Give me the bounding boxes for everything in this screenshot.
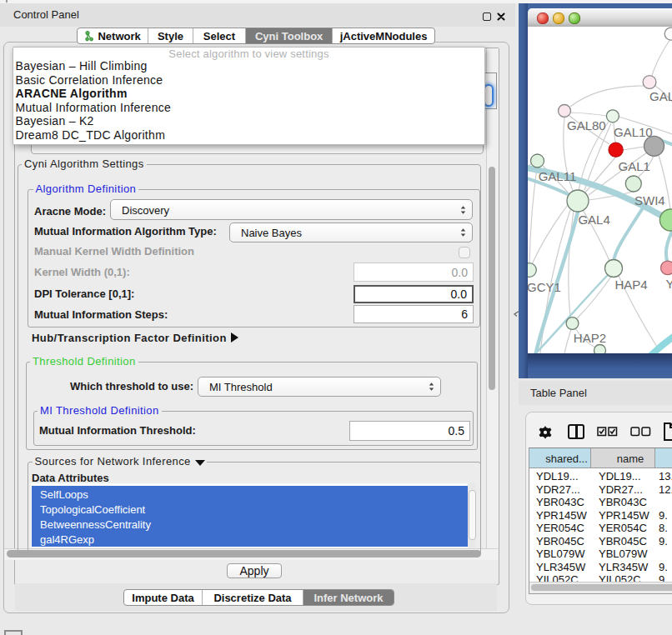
svg-text:Y: Y <box>666 277 672 291</box>
svg-text:GAL4: GAL4 <box>578 212 609 227</box>
svg-text:SWI4: SWI4 <box>634 193 665 208</box>
svg-text:GAL80: GAL80 <box>567 118 606 132</box>
svg-text:GAL7: GAL7 <box>649 89 672 103</box>
svg-text:HAP2: HAP2 <box>574 331 606 345</box>
svg-text:GAL11: GAL11 <box>539 169 577 183</box>
svg-text:GAL10: GAL10 <box>614 125 653 139</box>
svg-text:HAP4: HAP4 <box>614 278 647 292</box>
svg-text:GAL1: GAL1 <box>619 159 650 173</box>
svg-text:GCY1: GCY1 <box>528 280 561 294</box>
